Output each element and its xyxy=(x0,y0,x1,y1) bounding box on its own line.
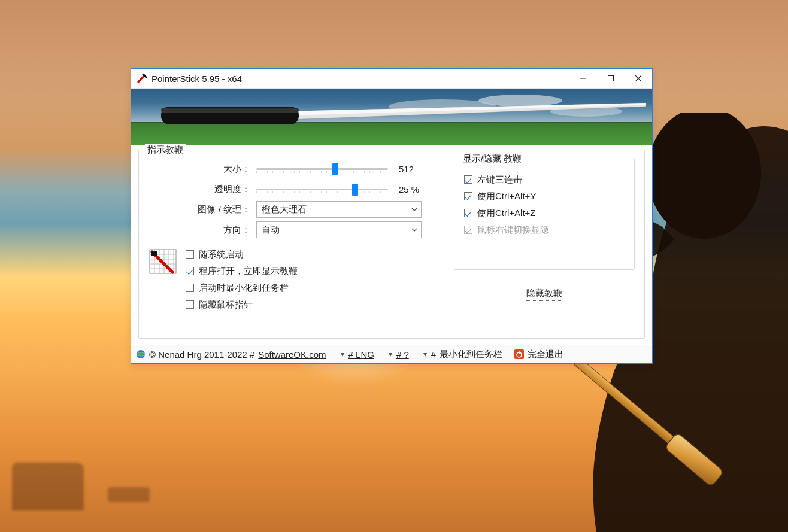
autostart-checkbox[interactable] xyxy=(186,250,194,259)
menu-glyph-icon: ▾ xyxy=(423,350,426,358)
chevron-down-icon xyxy=(411,227,417,233)
window-body: 指示教鞭 大小： 512 xyxy=(131,145,652,345)
lng-menu[interactable]: # LNG xyxy=(348,349,374,360)
desktop-wallpaper: PointerStick 5.95 - x64 xyxy=(0,0,788,532)
app-window: PointerStick 5.95 - x64 xyxy=(131,68,653,364)
svg-rect-14 xyxy=(151,251,157,256)
hash-prefix: # xyxy=(431,349,436,360)
close-icon xyxy=(635,75,641,81)
texture-select[interactable]: 橙色大理石 xyxy=(256,201,422,218)
menu-glyph-icon: ▾ xyxy=(389,350,392,358)
bg-ship xyxy=(12,463,84,510)
autostart-label: 随系统启动 xyxy=(199,249,244,260)
titlebar[interactable]: PointerStick 5.95 - x64 xyxy=(131,69,652,89)
toggle-groupbox: 显示/隐藏 教鞭 左键三连击 使用Ctrl+Alt+Y xyxy=(454,159,635,270)
ctrl-alt-y-label: 使用Ctrl+Alt+Y xyxy=(477,191,536,202)
svg-rect-19 xyxy=(519,351,520,354)
opacity-value: 25 % xyxy=(399,184,429,194)
opacity-slider[interactable] xyxy=(256,184,388,194)
size-slider[interactable] xyxy=(256,163,388,174)
direction-label: 方向： xyxy=(148,224,256,236)
copyright-text: © Nenad Hrg 2011-2022 # xyxy=(149,349,254,360)
window-title: PointerStick 5.95 - x64 xyxy=(151,74,242,84)
close-button[interactable] xyxy=(625,69,652,88)
show-on-open-label: 程序打开，立即显示教鞭 xyxy=(199,266,298,277)
texture-value: 橙色大理石 xyxy=(262,204,307,215)
maximize-button[interactable] xyxy=(597,69,625,88)
menu-glyph-icon: ▾ xyxy=(341,350,344,358)
svg-point-0 xyxy=(647,113,761,239)
min-on-start-label: 启动时最小化到任务栏 xyxy=(199,282,289,294)
ctrl-alt-z-label: 使用Ctrl+Alt+Z xyxy=(477,208,536,219)
bg-ship-small xyxy=(108,487,150,502)
texture-label: 图像 / 纹理： xyxy=(148,204,256,215)
toggle-legend: 显示/隐藏 教鞭 xyxy=(460,153,524,165)
app-icon xyxy=(137,74,147,83)
minimize-button[interactable] xyxy=(569,69,597,88)
group-legend: 指示教鞭 xyxy=(145,144,186,156)
triple-click-label: 左键三连击 xyxy=(477,174,522,186)
globe-icon xyxy=(136,349,146,359)
hide-cursor-checkbox[interactable] xyxy=(186,300,194,309)
opacity-label: 透明度： xyxy=(148,184,256,195)
rclick-toggle-checkbox xyxy=(464,226,472,234)
svg-rect-12 xyxy=(161,108,299,113)
hide-cursor-label: 隐藏鼠标指针 xyxy=(199,299,253,311)
min-on-start-checkbox[interactable] xyxy=(186,284,194,292)
rclick-toggle-label: 鼠标右键切换显隐 xyxy=(477,224,549,236)
direction-select[interactable]: 自动 xyxy=(256,221,422,238)
svg-rect-2 xyxy=(665,432,725,487)
svg-rect-5 xyxy=(608,76,614,81)
direction-value: 自动 xyxy=(262,224,280,236)
ctrl-alt-y-checkbox[interactable] xyxy=(464,192,472,200)
show-on-open-checkbox[interactable] xyxy=(186,267,194,275)
maximize-icon xyxy=(608,75,614,81)
exit-link[interactable]: 完全退出 xyxy=(528,349,563,360)
triple-click-checkbox[interactable] xyxy=(464,175,472,184)
hide-stick-button[interactable]: 隐藏教鞭 xyxy=(526,287,562,301)
footer-bar: © Nenad Hrg 2011-2022 # SoftwareOK.com ▾… xyxy=(131,345,652,363)
size-label: 大小： xyxy=(148,163,256,175)
help-menu[interactable]: # ? xyxy=(396,349,409,360)
size-value: 512 xyxy=(399,164,429,174)
minimize-icon xyxy=(580,75,586,81)
minimize-link[interactable]: 最小化到任务栏 xyxy=(440,349,502,360)
website-link[interactable]: SoftwareOK.com xyxy=(258,349,326,360)
power-icon xyxy=(514,349,524,359)
ctrl-alt-z-checkbox[interactable] xyxy=(464,209,472,217)
options-icon xyxy=(148,246,177,275)
main-groupbox: 指示教鞭 大小： 512 xyxy=(138,150,645,339)
banner-image xyxy=(131,89,652,145)
chevron-down-icon xyxy=(411,206,417,212)
